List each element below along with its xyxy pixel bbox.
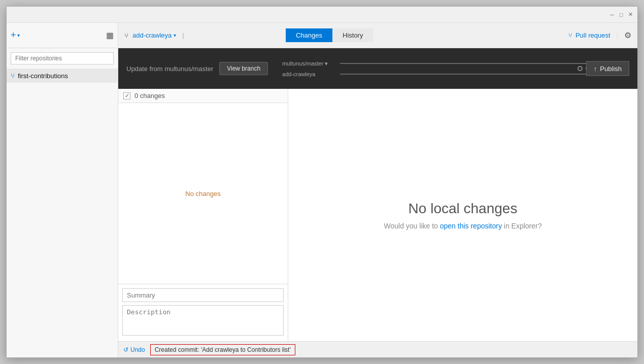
- pull-request-label: Pull request: [575, 31, 611, 39]
- feature-line: [340, 74, 611, 75]
- add-repository-button[interactable]: + ▾: [11, 30, 20, 41]
- tab-group: Changes History: [286, 28, 374, 42]
- maximize-button[interactable]: □: [618, 12, 624, 18]
- description-input[interactable]: [122, 305, 284, 336]
- open-repository-link[interactable]: open this repository: [440, 222, 502, 230]
- branch-selector[interactable]: add-crawleya ▾: [132, 31, 176, 39]
- update-branch-button[interactable]: Update from multunus/master: [126, 65, 213, 73]
- repository-name: first-contributions: [18, 72, 68, 80]
- settings-button[interactable]: ⚙: [624, 30, 631, 40]
- app-window: ─ □ ✕ + ▾ ▦ ⑂ first-contributions: [6, 6, 638, 358]
- checkmark-icon: ✓: [125, 92, 129, 99]
- title-bar: ─ □ ✕: [7, 7, 637, 23]
- no-local-desc-prefix: Would you like to: [384, 222, 439, 230]
- close-button[interactable]: ✕: [627, 12, 633, 18]
- branch-chevron-icon: ▾: [174, 32, 176, 38]
- no-local-changes-description: Would you like to open this repository i…: [384, 222, 541, 230]
- no-local-desc-suffix: in Explorer?: [504, 222, 542, 230]
- master-branch-line: multunus/master ▾: [282, 60, 621, 67]
- sidebar: + ▾ ▦ ⑂ first-contributions: [7, 23, 118, 357]
- master-line: [340, 63, 621, 64]
- undo-button[interactable]: ↺ Undo: [123, 346, 145, 353]
- window-controls: ─ □ ✕: [609, 12, 633, 18]
- no-changes-text: No changes: [185, 190, 220, 197]
- changes-count: 0 changes: [134, 92, 165, 100]
- feature-branch-label: add-crawleya: [282, 71, 338, 77]
- changes-header: ✓ 0 changes: [118, 89, 288, 103]
- minimize-button[interactable]: ─: [609, 12, 615, 18]
- branch-bar: Update from multunus/master View branch …: [118, 48, 637, 89]
- top-bar: ⑂ add-crawleya ▾ | Changes History ⑂ Pul…: [118, 23, 637, 48]
- plus-icon: +: [11, 30, 16, 41]
- graph-node-1: [578, 66, 583, 71]
- no-local-changes: No local changes Would you like to open …: [384, 201, 541, 230]
- changes-list: No changes: [118, 103, 288, 284]
- window-body: + ▾ ▦ ⑂ first-contributions ⑂ add-crawle…: [7, 23, 637, 357]
- select-all-checkbox[interactable]: ✓: [123, 92, 130, 100]
- branch-name: add-crawleya: [132, 31, 172, 39]
- pull-request-icon: ⑂: [568, 31, 572, 39]
- publish-icon: ↑: [594, 65, 597, 73]
- repository-icon: ⑂: [11, 72, 15, 80]
- sidebar-header: + ▾ ▦: [7, 23, 118, 48]
- repository-item[interactable]: ⑂ first-contributions: [7, 69, 118, 83]
- pull-request-button[interactable]: ⑂ Pull request: [568, 31, 611, 39]
- undo-icon: ↺: [123, 346, 128, 353]
- commit-message: Created commit: 'Add crawleya to Contrib…: [150, 344, 295, 355]
- tab-history[interactable]: History: [332, 28, 373, 42]
- separator: |: [182, 31, 184, 39]
- toggle-sidebar-button[interactable]: ▦: [106, 30, 114, 40]
- commit-form: [118, 284, 288, 341]
- add-chevron-icon: ▾: [17, 32, 20, 38]
- left-panel: ✓ 0 changes No changes: [118, 89, 288, 341]
- divider: |: [617, 31, 618, 39]
- view-branch-button[interactable]: View branch: [219, 62, 268, 75]
- tab-changes[interactable]: Changes: [286, 28, 332, 42]
- publish-button[interactable]: ↑ Publish: [586, 61, 629, 76]
- changes-area: ✓ 0 changes No changes No local: [118, 89, 637, 341]
- undo-label: Undo: [130, 346, 145, 353]
- feature-branch-line: add-crawleya: [282, 71, 621, 77]
- no-local-changes-title: No local changes: [384, 201, 541, 217]
- filter-repositories-input[interactable]: [11, 52, 114, 64]
- top-bar-right: ⑂ Pull request | ⚙: [568, 30, 631, 40]
- status-bar: ↺ Undo Created commit: 'Add crawleya to …: [118, 341, 637, 357]
- master-branch-label: multunus/master ▾: [282, 60, 338, 67]
- summary-input[interactable]: [122, 288, 284, 302]
- branch-icon: ⑂: [124, 31, 128, 40]
- branch-graph: multunus/master ▾ add-crawleya: [282, 60, 621, 77]
- main-content: ⑂ add-crawleya ▾ | Changes History ⑂ Pul…: [118, 23, 637, 357]
- right-panel: No local changes Would you like to open …: [288, 89, 637, 341]
- publish-label: Publish: [600, 65, 622, 73]
